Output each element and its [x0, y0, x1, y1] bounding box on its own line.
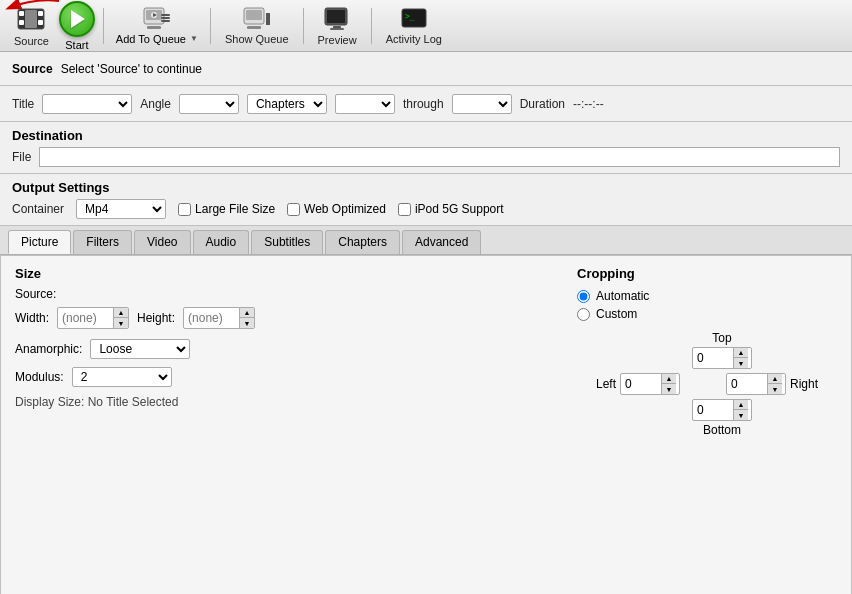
top-input: ▲ ▼: [692, 347, 752, 369]
automatic-row: Automatic: [577, 289, 837, 303]
tabs-bar: Picture Filters Video Audio Subtitles Ch…: [0, 226, 852, 255]
modulus-label: Modulus:: [15, 370, 64, 384]
height-up-button[interactable]: ▲: [240, 308, 254, 318]
svg-text:>_: >_: [405, 12, 415, 21]
custom-row: Custom: [577, 307, 837, 321]
height-input: ▲ ▼: [183, 307, 255, 329]
left-input: ▲ ▼: [620, 373, 680, 395]
source-row: Source:: [15, 287, 557, 301]
tab-picture[interactable]: Picture: [8, 230, 71, 254]
web-optimized-checkbox[interactable]: [287, 203, 300, 216]
chapter-end-select[interactable]: [452, 94, 512, 114]
destination-header: Destination: [12, 128, 840, 143]
tab-subtitles[interactable]: Subtitles: [251, 230, 323, 254]
height-down-button[interactable]: ▼: [240, 318, 254, 328]
add-queue-button[interactable]: Add To Queue ▼: [112, 3, 202, 49]
red-arrow-icon: [4, 0, 64, 23]
tab-video[interactable]: Video: [134, 230, 190, 254]
file-input[interactable]: [39, 147, 840, 167]
main-content: Size Source: Width: ▲ ▼ Height: ▲: [0, 255, 852, 594]
bottom-down-button[interactable]: ▼: [734, 410, 748, 420]
output-header: Output Settings: [12, 180, 840, 195]
right-up-button[interactable]: ▲: [768, 374, 782, 384]
chapter-start-select[interactable]: [335, 94, 395, 114]
right-label: Right: [790, 377, 818, 391]
tab-filters[interactable]: Filters: [73, 230, 132, 254]
show-queue-button[interactable]: Show Queue: [219, 3, 295, 49]
ipod-row: iPod 5G Support: [398, 202, 504, 216]
custom-label: Custom: [596, 307, 637, 321]
right-down-button[interactable]: ▼: [768, 384, 782, 394]
height-spinner: ▲ ▼: [239, 308, 254, 328]
custom-radio[interactable]: [577, 308, 590, 321]
show-queue-label: Show Queue: [225, 33, 289, 45]
show-queue-icon: [243, 7, 271, 31]
display-size-value: No Title Selected: [88, 395, 179, 409]
title-label: Title: [12, 97, 34, 111]
ipod-checkbox[interactable]: [398, 203, 411, 216]
svg-rect-17: [247, 26, 261, 29]
add-queue-dropdown-arrow: ▼: [190, 34, 198, 43]
right-panel: Cropping Automatic Custom Top ▲ ▼: [577, 266, 837, 594]
modulus-select[interactable]: 2 4 8 16: [72, 367, 172, 387]
width-field[interactable]: [58, 310, 113, 326]
file-label: File: [12, 150, 31, 164]
width-up-button[interactable]: ▲: [114, 308, 128, 318]
top-up-button[interactable]: ▲: [734, 348, 748, 358]
large-file-row: Large File Size: [178, 202, 275, 216]
source-row-label: Source:: [15, 287, 56, 301]
svg-rect-19: [266, 13, 270, 25]
start-button[interactable]: [59, 1, 95, 37]
crop-title: Cropping: [577, 266, 837, 281]
width-label: Width:: [15, 311, 49, 325]
left-field[interactable]: [621, 376, 661, 392]
toolbar-separator-4: [371, 8, 372, 44]
size-section: Size Source: Width: ▲ ▼ Height: ▲: [15, 266, 557, 409]
top-field[interactable]: [693, 350, 733, 366]
bottom-field[interactable]: [693, 402, 733, 418]
container-select[interactable]: Mp4 MKV: [76, 199, 166, 219]
through-label: through: [403, 97, 444, 111]
left-up-button[interactable]: ▲: [662, 374, 676, 384]
svg-rect-9: [147, 26, 161, 29]
bottom-input: ▲ ▼: [692, 399, 752, 421]
chapters-select[interactable]: Chapters: [247, 94, 327, 114]
bottom-spinner: ▲ ▼: [733, 400, 748, 420]
right-input: ▲ ▼: [726, 373, 786, 395]
top-down-button[interactable]: ▼: [734, 358, 748, 368]
svg-rect-12: [161, 17, 170, 19]
top-label: Top: [712, 331, 731, 345]
modulus-row: Modulus: 2 4 8 16: [15, 367, 557, 387]
tab-audio[interactable]: Audio: [193, 230, 250, 254]
bottom-up-button[interactable]: ▲: [734, 400, 748, 410]
svg-rect-16: [246, 10, 262, 20]
tab-chapters[interactable]: Chapters: [325, 230, 400, 254]
height-field[interactable]: [184, 310, 239, 326]
svg-rect-13: [161, 20, 170, 22]
tab-advanced[interactable]: Advanced: [402, 230, 481, 254]
title-select[interactable]: [42, 94, 132, 114]
source-label: Source: [14, 35, 49, 47]
container-label: Container: [12, 202, 64, 216]
angle-label: Angle: [140, 97, 171, 111]
large-file-checkbox[interactable]: [178, 203, 191, 216]
preview-label: Preview: [318, 34, 357, 46]
anamorphic-select[interactable]: Loose None Strict Custom: [90, 339, 190, 359]
left-down-button[interactable]: ▼: [662, 384, 676, 394]
anamorphic-row: Anamorphic: Loose None Strict Custom: [15, 339, 557, 359]
wh-row: Width: ▲ ▼ Height: ▲ ▼: [15, 307, 557, 329]
add-queue-label: Add To Queue: [116, 33, 186, 45]
source-section-hint: Select 'Source' to continue: [61, 62, 202, 76]
width-down-button[interactable]: ▼: [114, 318, 128, 328]
automatic-radio[interactable]: [577, 290, 590, 303]
right-field[interactable]: [727, 376, 767, 392]
preview-button[interactable]: Preview: [312, 2, 363, 50]
angle-select[interactable]: [179, 94, 239, 114]
top-spinner: ▲ ▼: [733, 348, 748, 368]
activity-log-button[interactable]: >_ Activity Log: [380, 3, 448, 49]
duration-value: --:--:--: [573, 97, 604, 111]
toolbar-separator-2: [210, 8, 211, 44]
width-spinner: ▲ ▼: [113, 308, 128, 328]
automatic-label: Automatic: [596, 289, 649, 303]
left-spinner: ▲ ▼: [661, 374, 676, 394]
